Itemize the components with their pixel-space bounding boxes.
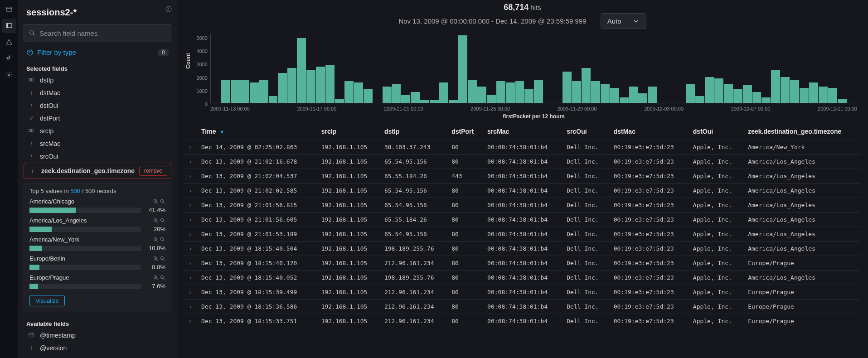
column-header-zeek-destination_geo-timezone[interactable]: zeek.destination_geo.timezone bbox=[743, 123, 861, 140]
histogram-bar[interactable] bbox=[809, 82, 818, 103]
histogram-bar[interactable] bbox=[686, 84, 695, 103]
histogram-bar[interactable] bbox=[714, 78, 723, 103]
histogram-bar[interactable] bbox=[250, 82, 259, 103]
histogram-bar[interactable] bbox=[819, 87, 828, 103]
histogram-bar[interactable] bbox=[354, 82, 363, 103]
column-header-srcMac[interactable]: srcMac bbox=[483, 123, 562, 140]
filter-in-out-icons[interactable] bbox=[153, 275, 165, 281]
field-item--version[interactable]: t@version bbox=[24, 342, 171, 354]
filter-in-out-icons[interactable] bbox=[153, 198, 165, 204]
interval-dropdown[interactable]: Auto bbox=[601, 13, 646, 29]
histogram-bar[interactable] bbox=[695, 96, 704, 103]
histogram-bar[interactable] bbox=[563, 72, 572, 103]
histogram-bar[interactable] bbox=[487, 95, 496, 103]
field-item-srcOui[interactable]: t srcOui bbox=[24, 150, 171, 163]
histogram-bar[interactable] bbox=[306, 70, 315, 103]
histogram-bar[interactable] bbox=[364, 89, 373, 103]
histogram-bar[interactable] bbox=[297, 38, 306, 103]
histogram-bar[interactable] bbox=[705, 77, 714, 103]
histogram-bar[interactable] bbox=[278, 73, 287, 103]
histogram-bar[interactable] bbox=[648, 87, 657, 103]
histogram-bar[interactable] bbox=[240, 80, 249, 103]
expand-row-caret[interactable]: › bbox=[184, 314, 197, 329]
expand-row-caret[interactable]: › bbox=[184, 285, 197, 300]
histogram-bar[interactable] bbox=[724, 84, 733, 103]
histogram-bar[interactable] bbox=[221, 80, 230, 103]
nav-icon-discover[interactable] bbox=[2, 19, 16, 33]
histogram-bar[interactable] bbox=[392, 84, 401, 103]
column-header-dstPort[interactable]: dstPort bbox=[447, 123, 483, 140]
visualize-button[interactable]: Visualize bbox=[29, 295, 65, 306]
filter-in-out-icons[interactable] bbox=[153, 237, 165, 242]
expand-row-caret[interactable]: › bbox=[184, 184, 197, 198]
histogram-bar[interactable] bbox=[287, 68, 296, 103]
field-item-dstPort[interactable]: # dstPort bbox=[24, 112, 171, 125]
histogram-bar[interactable] bbox=[259, 80, 268, 103]
histogram-bar[interactable] bbox=[269, 96, 278, 103]
filter-in-out-icons[interactable] bbox=[153, 218, 165, 223]
histogram-bar[interactable] bbox=[383, 87, 392, 103]
histogram-bar[interactable] bbox=[449, 100, 458, 103]
histogram-bar[interactable] bbox=[800, 88, 809, 103]
histogram-bar[interactable] bbox=[534, 80, 543, 103]
expand-row-caret[interactable]: › bbox=[184, 300, 197, 314]
histogram-bar[interactable] bbox=[524, 89, 533, 103]
histogram-bar[interactable] bbox=[743, 85, 752, 103]
histogram-bar[interactable] bbox=[316, 67, 325, 103]
nav-icon-settings[interactable] bbox=[2, 68, 16, 82]
histogram-bar[interactable] bbox=[771, 70, 780, 103]
histogram-bar[interactable] bbox=[325, 65, 335, 103]
histogram-bar[interactable] bbox=[629, 87, 638, 103]
histogram-bar[interactable] bbox=[420, 100, 429, 103]
expand-row-caret[interactable]: › bbox=[184, 155, 197, 169]
histogram-bar[interactable] bbox=[411, 92, 420, 103]
histogram-bar[interactable] bbox=[781, 77, 790, 103]
histogram-bar[interactable] bbox=[752, 92, 761, 103]
histogram-bar[interactable] bbox=[496, 81, 505, 103]
histogram-bar[interactable] bbox=[838, 99, 847, 103]
histogram-bar[interactable] bbox=[761, 97, 771, 103]
expand-row-caret[interactable]: › bbox=[184, 169, 197, 184]
histogram-bar[interactable] bbox=[610, 88, 619, 103]
field-item-dstMac[interactable]: t dstMac bbox=[24, 87, 171, 99]
column-header-dstIp[interactable]: dstIp bbox=[380, 123, 447, 140]
histogram-bar[interactable] bbox=[477, 87, 486, 103]
histogram-bar[interactable] bbox=[620, 97, 629, 103]
histogram-bar[interactable] bbox=[506, 82, 515, 103]
nav-icon-dashboard[interactable] bbox=[2, 2, 16, 17]
filter-in-out-icons[interactable] bbox=[153, 256, 165, 261]
histogram-bar[interactable] bbox=[430, 100, 439, 103]
histogram-bar[interactable] bbox=[401, 95, 410, 103]
expand-row-caret[interactable]: › bbox=[184, 242, 197, 256]
histogram-bar[interactable] bbox=[733, 89, 742, 103]
search-fields-input[interactable] bbox=[39, 29, 166, 37]
histogram-bar[interactable] bbox=[790, 80, 799, 103]
histogram-bar[interactable] bbox=[468, 80, 477, 103]
expand-row-caret[interactable]: › bbox=[184, 198, 197, 213]
field-item-dstIp[interactable]: dstIp bbox=[24, 74, 171, 87]
field-item--timestamp[interactable]: @timestamp bbox=[24, 329, 171, 342]
expand-row-caret[interactable]: › bbox=[184, 140, 197, 155]
histogram-bar[interactable] bbox=[335, 99, 344, 103]
expand-row-caret[interactable]: › bbox=[184, 256, 197, 271]
histogram-bar[interactable] bbox=[638, 93, 647, 103]
column-header-dstOui[interactable]: dstOui bbox=[689, 123, 743, 140]
column-header-srcOui[interactable]: srcOui bbox=[562, 123, 609, 140]
histogram-bar[interactable] bbox=[582, 68, 591, 103]
nav-icon-alerts[interactable] bbox=[2, 35, 16, 49]
nav-icon-devtools[interactable] bbox=[2, 51, 16, 66]
column-header-Time[interactable]: Time ▼ bbox=[197, 123, 317, 140]
histogram-bar[interactable] bbox=[601, 84, 610, 103]
field-item-dstOui[interactable]: t dstOui bbox=[24, 99, 171, 112]
field-item-zeek-destination_geo-timezone[interactable]: t zeek.destination_geo.timezoneremove bbox=[24, 163, 171, 179]
column-header-srcIp[interactable]: srcIp bbox=[317, 123, 380, 140]
histogram-bar[interactable] bbox=[591, 81, 600, 103]
expand-row-caret[interactable]: › bbox=[184, 271, 197, 285]
histogram-bar[interactable] bbox=[231, 80, 240, 103]
histogram-bar[interactable] bbox=[515, 81, 524, 103]
histogram-bar[interactable] bbox=[439, 82, 448, 103]
histogram-chart[interactable]: Count500040003000200010000 2009-11-13 00… bbox=[188, 34, 857, 120]
index-pattern-title[interactable]: sessions2-* bbox=[24, 7, 171, 18]
filter-by-type[interactable]: Filter by type bbox=[26, 48, 76, 56]
field-item-srcIp[interactable]: srcIp bbox=[24, 125, 171, 137]
